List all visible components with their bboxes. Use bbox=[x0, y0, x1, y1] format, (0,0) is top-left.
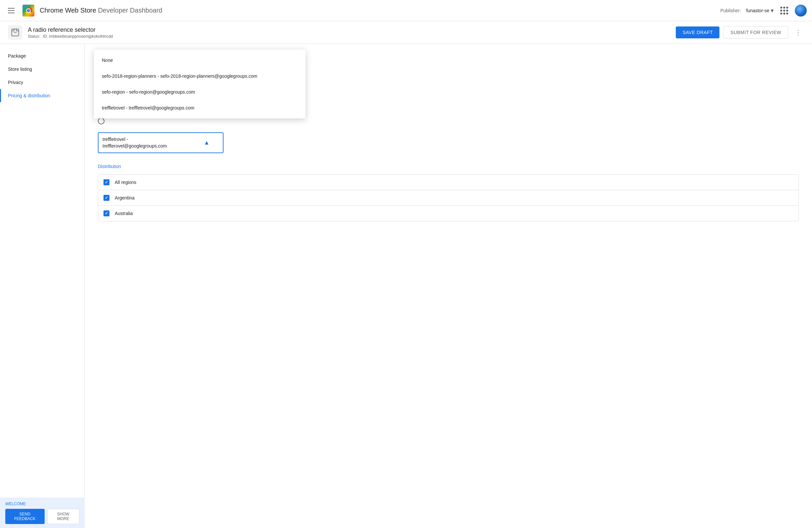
publisher-name-text: funastor-se bbox=[746, 8, 769, 13]
dist-row-australia: Australia bbox=[98, 206, 798, 221]
save-draft-button[interactable]: SAVE DRAFT bbox=[676, 27, 720, 38]
extension-icon bbox=[8, 25, 23, 40]
dropdown-line1: treffletrovel - bbox=[102, 136, 167, 143]
sub-header-actions: SAVE DRAFT SUBMIT FOR REVIEW ⋮ bbox=[676, 26, 804, 39]
radio-button-3[interactable] bbox=[98, 118, 104, 124]
extension-svg-icon bbox=[11, 28, 20, 37]
header-left: Chrome Web Store Developer Dashboard bbox=[5, 5, 162, 16]
dropdown-selected-text: treffletrovel - trefflerovel@googlegroup… bbox=[102, 136, 167, 149]
main-content: Pricing & Distribution Please note : Pri… bbox=[85, 44, 812, 528]
option-label: sefo-2018-region-planners - sefo-2018-re… bbox=[102, 73, 257, 79]
more-options-button[interactable]: ⋮ bbox=[792, 26, 804, 39]
hamburger-icon bbox=[8, 8, 15, 13]
dist-label-argentina: Argentina bbox=[115, 195, 134, 200]
visibility-dropdown-container: None sefo-2018-region-planners - sefo-20… bbox=[98, 132, 223, 153]
dist-row-argentina: Argentina bbox=[98, 190, 798, 206]
dropdown-selected[interactable]: treffletrovel - trefflerovel@googlegroup… bbox=[98, 132, 223, 153]
distribution-title: Distribution bbox=[98, 164, 799, 169]
sub-header: A radio reference selector Status: ID: i… bbox=[0, 21, 812, 44]
publisher-label: Publisher: bbox=[721, 8, 741, 13]
dropdown-option-sefo-region[interactable]: sefo-region - sefo-region@googlegroups.c… bbox=[94, 84, 305, 100]
bottom-bar: WELCOME SEND FEEDBACK SHOW MORE bbox=[0, 498, 85, 528]
extension-id: ID: imbkeeibioanppnoaomjpkokolhincdd bbox=[43, 34, 113, 39]
sidebar-item-label: Package bbox=[8, 53, 26, 59]
publisher-chevron-icon: ▾ bbox=[771, 7, 774, 14]
sidebar-item-label: Store listing bbox=[8, 67, 32, 72]
hamburger-button[interactable] bbox=[5, 5, 17, 16]
sidebar-item-package[interactable]: Package bbox=[0, 49, 84, 62]
radio-item-3 bbox=[98, 118, 799, 124]
main-header: Chrome Web Store Developer Dashboard Pub… bbox=[0, 0, 812, 21]
extension-name: A radio reference selector bbox=[28, 27, 113, 33]
dropdown-option-sefo-planners[interactable]: sefo-2018-region-planners - sefo-2018-re… bbox=[94, 68, 305, 84]
bottom-buttons: SEND FEEDBACK SHOW MORE bbox=[5, 509, 79, 524]
apps-grid-icon[interactable] bbox=[779, 5, 789, 16]
extension-info: A radio reference selector Status: ID: i… bbox=[28, 27, 113, 39]
checkbox-argentina[interactable] bbox=[103, 195, 110, 201]
checkbox-all-regions[interactable] bbox=[103, 179, 110, 185]
publisher-selector[interactable]: funastor-se ▾ bbox=[746, 7, 774, 14]
submit-review-button[interactable]: SUBMIT FOR REVIEW bbox=[723, 26, 788, 39]
dist-label-australia: Australia bbox=[115, 211, 133, 216]
sidebar-item-pricing-distribution[interactable]: Pricing & distribution bbox=[0, 89, 84, 102]
sidebar-item-label: Privacy bbox=[8, 80, 23, 85]
show-more-button[interactable]: SHOW MORE bbox=[47, 509, 79, 524]
sidebar-item-label: Pricing & distribution bbox=[8, 93, 50, 98]
avatar[interactable] bbox=[795, 5, 807, 16]
send-feedback-button[interactable]: SEND FEEDBACK bbox=[5, 509, 45, 524]
extension-meta: Status: ID: imbkeeibioanppnoaomjpkokolhi… bbox=[28, 34, 113, 39]
dropdown-arrow-icon: ▲ bbox=[204, 139, 209, 147]
sidebar-item-store-listing[interactable]: Store listing bbox=[0, 62, 84, 76]
header-right: Publisher: funastor-se ▾ bbox=[721, 5, 807, 16]
status-label: Status: bbox=[28, 34, 40, 39]
visibility-section: Visibility None bbox=[98, 83, 799, 153]
dropdown-line2: trefflerovel@googlegroups.com bbox=[102, 143, 167, 149]
checkbox-australia[interactable] bbox=[103, 210, 110, 216]
distribution-section: Distribution All regions Argentina Austr… bbox=[98, 164, 799, 221]
dist-label-all-regions: All regions bbox=[115, 180, 136, 185]
dropdown-option-treffletrovel[interactable]: treffletrovel - treffletrovel@googlegrou… bbox=[94, 100, 305, 116]
sidebar: Package Store listing Privacy Pricing & … bbox=[0, 44, 85, 528]
option-label: None bbox=[102, 58, 113, 63]
avatar-image bbox=[795, 5, 807, 16]
welcome-text: WELCOME bbox=[5, 501, 79, 506]
main-layout: Package Store listing Privacy Pricing & … bbox=[0, 44, 812, 528]
app-name: Chrome Web Store bbox=[40, 6, 96, 14]
chrome-logo bbox=[23, 5, 34, 16]
option-label: sefo-region - sefo-region@googlegroups.c… bbox=[102, 89, 195, 95]
dropdown-option-none[interactable]: None bbox=[94, 52, 305, 68]
sidebar-item-privacy[interactable]: Privacy bbox=[0, 76, 84, 89]
option-label: treffletrovel - treffletrovel@googlegrou… bbox=[102, 105, 194, 111]
dist-row-all-regions: All regions bbox=[98, 175, 798, 190]
distribution-table: All regions Argentina Australia bbox=[98, 174, 799, 221]
dropdown-popup: None sefo-2018-region-planners - sefo-20… bbox=[94, 49, 305, 118]
svg-rect-1 bbox=[14, 32, 16, 33]
app-subtitle: Developer Dashboard bbox=[98, 6, 162, 14]
header-title: Chrome Web Store Developer Dashboard bbox=[40, 6, 162, 14]
